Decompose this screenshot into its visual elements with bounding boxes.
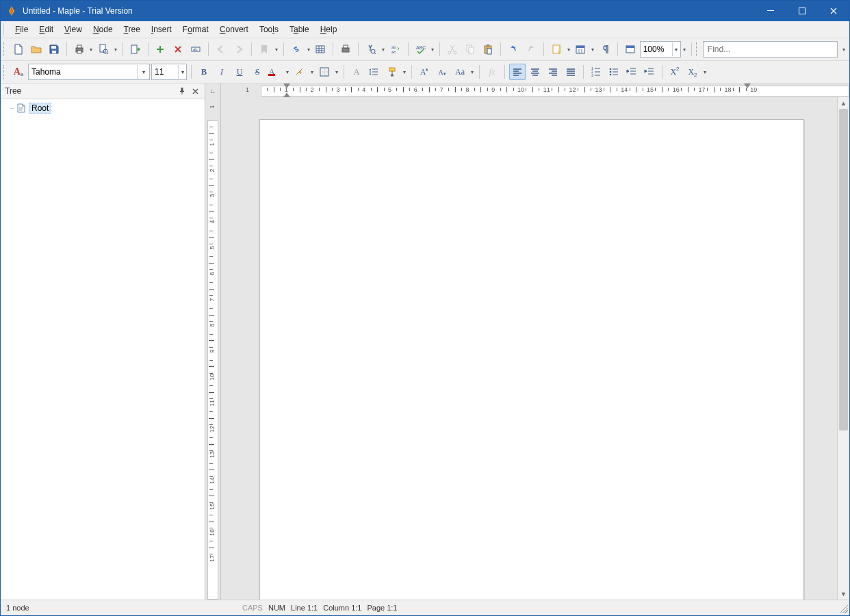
- print-dropdown[interactable]: ▾: [89, 42, 94, 57]
- note-button[interactable]: [548, 41, 565, 57]
- scroll-track[interactable]: [838, 109, 849, 588]
- font-color-button[interactable]: A: [267, 64, 283, 80]
- new-button[interactable]: [10, 41, 27, 57]
- scroll-thumb[interactable]: [839, 109, 848, 431]
- save-button[interactable]: [46, 41, 62, 57]
- align-right-button[interactable]: [545, 64, 561, 80]
- undo-button[interactable]: [505, 41, 521, 57]
- menu-node[interactable]: Node: [88, 23, 118, 36]
- zoom-input[interactable]: [641, 43, 672, 55]
- close-button[interactable]: [818, 1, 849, 21]
- vertical-ruler[interactable]: 11234567891011121314151617: [205, 97, 221, 600]
- border-dropdown[interactable]: ▾: [334, 64, 339, 79]
- menu-table[interactable]: Table: [284, 23, 315, 36]
- menu-tree[interactable]: Tree: [118, 23, 146, 36]
- highlight-button[interactable]: [292, 64, 308, 80]
- vertical-scrollbar[interactable]: ▲ ▼: [837, 97, 849, 600]
- zoom-combo[interactable]: ▾: [640, 41, 681, 57]
- font-size-dropdown[interactable]: ▾: [178, 65, 186, 79]
- menu-help[interactable]: Help: [315, 23, 343, 36]
- delete-node-button[interactable]: [170, 41, 186, 57]
- scroll-up-button[interactable]: ▲: [838, 97, 849, 109]
- find-dropdown[interactable]: ▾: [381, 42, 385, 57]
- menu-insert[interactable]: Insert: [146, 23, 177, 36]
- menu-convert[interactable]: Convert: [214, 23, 254, 36]
- link-button[interactable]: [288, 41, 305, 57]
- cut-button[interactable]: [444, 41, 461, 57]
- bookmark-dropdown[interactable]: ▾: [274, 42, 279, 57]
- underline-button[interactable]: U: [231, 64, 248, 80]
- zoom-dropdown[interactable]: ▾: [672, 42, 680, 56]
- subscript-button[interactable]: X2: [684, 64, 701, 80]
- bookmark-button[interactable]: [256, 41, 272, 57]
- preview-dropdown[interactable]: ▾: [113, 42, 118, 57]
- nav-back-button[interactable]: [213, 41, 229, 57]
- scroll-down-button[interactable]: ▼: [838, 588, 849, 600]
- page[interactable]: [259, 119, 804, 600]
- pilcrow-button[interactable]: [597, 41, 613, 57]
- painter-dropdown[interactable]: ▾: [402, 64, 407, 79]
- align-justify-button[interactable]: [563, 64, 579, 80]
- find-button[interactable]: [363, 41, 379, 57]
- table-button[interactable]: [312, 41, 329, 57]
- line-spacing-button[interactable]: [366, 64, 383, 80]
- align-left-button[interactable]: [509, 64, 526, 80]
- outdent-button[interactable]: [623, 64, 640, 80]
- formula-button[interactable]: fx: [484, 64, 500, 80]
- case-dropdown[interactable]: ▾: [469, 64, 475, 79]
- border-button[interactable]: [316, 64, 333, 80]
- document-canvas[interactable]: [221, 97, 837, 600]
- spell-dropdown[interactable]: ▾: [430, 42, 435, 57]
- open-button[interactable]: [28, 41, 44, 57]
- menu-view[interactable]: View: [59, 23, 88, 36]
- format-painter-button[interactable]: [384, 64, 400, 80]
- horizontal-ruler[interactable]: ∟ 112345678910111213141516171819: [205, 84, 849, 97]
- font-name-input[interactable]: [29, 66, 137, 78]
- numbered-list-button[interactable]: 123: [588, 64, 604, 80]
- resize-grip-icon[interactable]: [837, 602, 848, 613]
- font-size-combo[interactable]: ▾: [151, 64, 187, 80]
- minimize-button[interactable]: [755, 1, 786, 21]
- calendar-button[interactable]: [572, 41, 589, 57]
- find-options-dropdown[interactable]: ▾: [842, 42, 847, 57]
- redo-button[interactable]: [523, 41, 539, 57]
- clear-format-button[interactable]: A: [348, 64, 365, 80]
- font-color-dropdown[interactable]: ▾: [285, 64, 290, 79]
- spellcheck-button[interactable]: ABC: [413, 41, 429, 57]
- find-input[interactable]: [703, 41, 838, 57]
- copy-button[interactable]: [462, 41, 478, 57]
- italic-button[interactable]: I: [214, 64, 230, 80]
- shrink-font-button[interactable]: A▾: [434, 64, 450, 80]
- change-case-button[interactable]: Aa: [452, 64, 468, 80]
- zoom-split-dropdown[interactable]: ▾: [682, 42, 687, 57]
- ruler-corner[interactable]: ∟: [205, 84, 221, 97]
- print-preview-button[interactable]: [95, 41, 112, 57]
- menu-tools[interactable]: Tools: [254, 23, 284, 36]
- fullscreen-button[interactable]: [622, 41, 639, 57]
- pin-icon[interactable]: [177, 86, 188, 97]
- close-panel-icon[interactable]: [190, 86, 201, 97]
- align-center-button[interactable]: [527, 64, 543, 80]
- export-button[interactable]: [127, 41, 144, 57]
- calendar-dropdown[interactable]: ▾: [590, 42, 595, 57]
- tree-root-node[interactable]: ┈ Root: [10, 102, 205, 114]
- bold-button[interactable]: B: [196, 64, 212, 80]
- highlight-dropdown[interactable]: ▾: [309, 64, 315, 79]
- nav-forward-button[interactable]: [231, 41, 247, 57]
- superscript-button[interactable]: X2: [667, 64, 683, 80]
- add-node-button[interactable]: [152, 41, 168, 57]
- paste-button[interactable]: [480, 41, 496, 57]
- font-name-combo[interactable]: ▾: [28, 64, 150, 80]
- menu-edit[interactable]: Edit: [34, 23, 59, 36]
- font-size-input[interactable]: [152, 66, 178, 78]
- menu-format[interactable]: Format: [177, 23, 214, 36]
- grow-font-button[interactable]: A▴: [416, 64, 433, 80]
- note-dropdown[interactable]: ▾: [566, 42, 571, 57]
- replace-button[interactable]: abac: [387, 41, 404, 57]
- menu-file[interactable]: File: [10, 23, 34, 36]
- strike-button[interactable]: S: [249, 64, 266, 80]
- tree-body[interactable]: ┈ Root: [1, 99, 205, 600]
- print-doc-button[interactable]: [337, 41, 354, 57]
- tree-node-label[interactable]: Root: [29, 103, 51, 114]
- font-style-icon[interactable]: Aa: [10, 64, 27, 80]
